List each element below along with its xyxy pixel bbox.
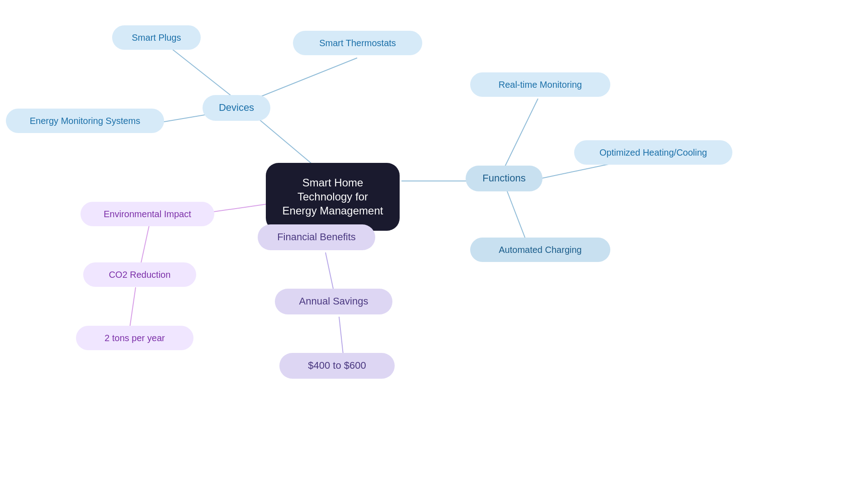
svg-line-9 bbox=[140, 225, 149, 267]
realtime-monitoring-node[interactable]: Real-time Monitoring bbox=[470, 72, 610, 97]
savings-amount-node[interactable]: $400 to $600 bbox=[279, 353, 395, 379]
automated-charging-node[interactable]: Automated Charging bbox=[470, 238, 610, 262]
devices-node[interactable]: Devices bbox=[203, 95, 270, 121]
smart-thermostats-node[interactable]: Smart Thermostats bbox=[293, 31, 422, 55]
optimized-heating-node[interactable]: Optimized Heating/Cooling bbox=[574, 140, 732, 165]
two-tons-node[interactable]: 2 tons per year bbox=[76, 326, 193, 350]
svg-line-13 bbox=[339, 317, 344, 358]
financial-benefits-node[interactable]: Financial Benefits bbox=[258, 224, 375, 250]
environmental-impact-node[interactable]: Environmental Impact bbox=[80, 202, 214, 226]
svg-line-2 bbox=[253, 58, 357, 100]
svg-line-5 bbox=[502, 99, 538, 173]
center-node[interactable]: Smart Home Technology for Energy Managem… bbox=[266, 163, 400, 231]
functions-node[interactable]: Functions bbox=[466, 166, 542, 191]
co2-reduction-node[interactable]: CO2 Reduction bbox=[83, 262, 196, 287]
energy-monitoring-node[interactable]: Energy Monitoring Systems bbox=[6, 109, 164, 133]
svg-line-1 bbox=[172, 49, 236, 100]
svg-line-6 bbox=[529, 162, 619, 181]
annual-savings-node[interactable]: Annual Savings bbox=[275, 289, 392, 314]
smart-plugs-node[interactable]: Smart Plugs bbox=[112, 25, 201, 50]
